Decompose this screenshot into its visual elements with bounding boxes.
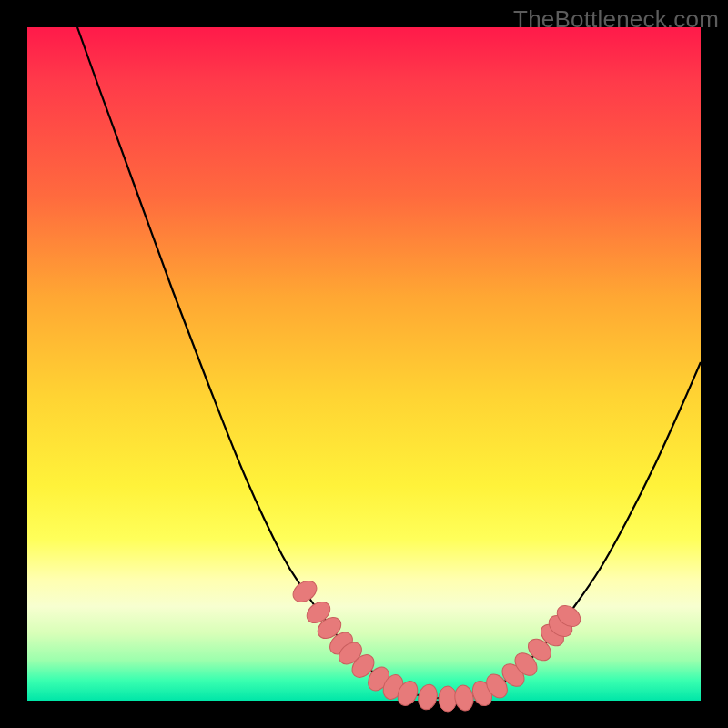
watermark-text: TheBottleneck.com — [513, 5, 719, 34]
bottleneck-curve-svg — [27, 27, 701, 701]
bead-marker — [289, 577, 320, 606]
gradient-plot-area — [27, 27, 701, 701]
bead-marker — [439, 686, 457, 712]
curve-group — [77, 27, 701, 699]
outer-frame: TheBottleneck.com — [0, 0, 728, 728]
bead-group — [289, 577, 584, 713]
bottleneck-curve — [77, 27, 701, 699]
bead-marker — [453, 684, 475, 713]
plot-inner — [27, 27, 701, 701]
bead-marker — [416, 682, 440, 712]
